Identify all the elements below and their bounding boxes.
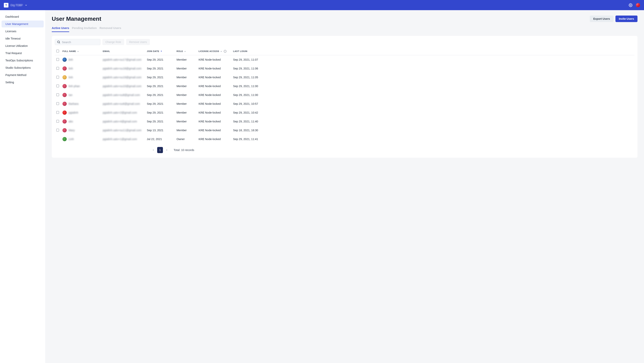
last-login: Sep 29, 2021, 11:05: [232, 73, 634, 82]
user-name: pgialinh: [68, 111, 78, 114]
avatar: [62, 137, 67, 141]
join-date: Jul 22, 2021: [145, 135, 175, 144]
invite-users-button[interactable]: Invite Users: [616, 16, 638, 22]
role: Member: [175, 108, 197, 117]
table-row: Ian pgialinh.uatv+su8@gmail.com Sep 29, …: [55, 91, 634, 99]
row-checkbox[interactable]: [56, 76, 59, 79]
export-users-button[interactable]: Export Users: [590, 16, 613, 22]
user-name: linh phan: [68, 85, 80, 88]
license-access: KRE Node-locked: [197, 64, 232, 73]
last-login: Sep 29, 2021, 11:41: [232, 135, 634, 144]
join-date: Sep 29, 2021: [145, 99, 175, 108]
table-row: linh pgialinh.uatv+su19@gmail.com Sep 29…: [55, 73, 634, 82]
col-role[interactable]: ROLE: [176, 50, 183, 52]
tab-removed-users[interactable]: Removed Users: [100, 26, 121, 32]
col-email[interactable]: EMAIL: [103, 50, 110, 52]
org-name: Org TOBP: [10, 4, 23, 7]
search-icon: [57, 40, 60, 44]
row-checkbox[interactable]: [56, 85, 59, 87]
gear-icon[interactable]: [629, 3, 632, 7]
join-date: Sep 29, 2021: [145, 55, 175, 64]
role: Member: [175, 91, 197, 99]
next-page-button[interactable]: [164, 147, 170, 153]
last-login: Sep 29, 2021, 11:06: [232, 64, 634, 73]
last-login: Sep 29, 2021, 11:07: [232, 55, 634, 64]
row-checkbox[interactable]: [56, 129, 59, 131]
license-access: KRE Node-locked: [197, 91, 232, 99]
last-login: Sep 29, 2021, 11:00: [232, 82, 634, 91]
table-row: Barbara pgialinh.uatv+su6@gmail.com Sep …: [55, 99, 634, 108]
user-email: pgialinh.uatv+1@gmail.com: [103, 138, 137, 141]
sort-arrow-icon: ▲: [220, 50, 222, 52]
total-records: Total: 10 records: [174, 149, 194, 152]
tabs: Active UsersPending InvitationRemoved Us…: [52, 26, 638, 32]
join-date: Sep 13, 2021: [145, 126, 175, 135]
sort-arrow-icon: ▲: [184, 50, 186, 52]
search-input-wrap: [55, 39, 100, 45]
last-login: Sep 29, 2021, 10:42: [232, 108, 634, 117]
col-last-login[interactable]: LAST LOGIN: [233, 50, 248, 52]
remove-users-button[interactable]: Remove Users: [126, 39, 150, 45]
avatar: [62, 84, 67, 88]
org-switcher[interactable]: T Org TOBP: [4, 3, 28, 8]
select-all-checkbox[interactable]: [56, 50, 59, 52]
sidebar-item-studio-subscriptions[interactable]: Studio Subscriptions: [2, 64, 44, 71]
svg-point-1: [58, 41, 60, 43]
col-full-name[interactable]: FULL NAME: [62, 50, 76, 52]
user-name: linh: [68, 67, 73, 70]
user-email: pgialinh.uatv+su6@gmail.com: [103, 102, 140, 105]
role: Owner: [175, 135, 197, 144]
role: Member: [175, 55, 197, 64]
sidebar-item-setting[interactable]: Setting: [2, 79, 44, 86]
user-email: pgialinh.uatv+su10@gmail.com: [103, 85, 142, 88]
user-email: pgialinh.uatv+4@gmail.com: [103, 120, 137, 123]
change-role-button[interactable]: Change Role: [102, 39, 124, 45]
table-row: Mary pgialinh.uatv+su11@gmail.com Sep 13…: [55, 126, 634, 135]
row-checkbox[interactable]: [56, 93, 59, 96]
sidebar-item-payment-method[interactable]: Payment Method: [2, 72, 44, 79]
user-avatar[interactable]: [636, 3, 640, 7]
join-date: Sep 29, 2021: [145, 64, 175, 73]
topbar: T Org TOBP: [0, 0, 644, 10]
svg-point-0: [630, 5, 631, 6]
join-date: Sep 29, 2021: [145, 91, 175, 99]
row-checkbox[interactable]: [56, 58, 59, 61]
tab-pending-invitation[interactable]: Pending Invitation: [72, 26, 97, 32]
sidebar-item-idle-timeout[interactable]: Idle Timeout: [2, 35, 44, 42]
license-access: KRE Node-locked: [197, 73, 232, 82]
avatar: [62, 111, 67, 115]
row-checkbox[interactable]: [56, 120, 59, 123]
row-checkbox[interactable]: [56, 67, 59, 70]
prev-page-button[interactable]: [151, 147, 156, 153]
col-license-access[interactable]: LICENSE ACCESS: [198, 50, 219, 52]
sidebar: DashboardUser ManagementLicensesIdle Tim…: [0, 10, 45, 363]
tab-active-users[interactable]: Active Users: [52, 26, 69, 32]
join-date: Sep 29, 2021: [145, 82, 175, 91]
user-email: pgialinh.uatv+su11@gmail.com: [103, 129, 142, 132]
col-join-date[interactable]: JOIN DATE: [147, 50, 159, 52]
user-name: abc: [68, 120, 73, 123]
user-name: Barbara: [68, 102, 78, 105]
row-checkbox[interactable]: [56, 102, 59, 105]
sidebar-item-dashboard[interactable]: Dashboard: [2, 13, 44, 20]
page-number[interactable]: 1: [157, 147, 163, 153]
last-login: Sep 29, 2021, 11:00: [232, 91, 634, 99]
row-checkbox[interactable]: [56, 111, 59, 114]
avatar: [62, 102, 67, 106]
table-row: Linh pgialinh.uatv+1@gmail.com Jul 22, 2…: [55, 135, 634, 144]
info-icon[interactable]: [224, 50, 226, 53]
sidebar-item-trial-request[interactable]: Trial Request: [2, 50, 44, 57]
sidebar-item-licenses[interactable]: Licenses: [2, 28, 44, 35]
avatar: [62, 128, 67, 132]
user-email: pgialinh.uatv+2@gmail.com: [103, 111, 137, 114]
avatar: [62, 58, 67, 62]
role: Member: [175, 126, 197, 135]
sidebar-item-testops-subscriptions[interactable]: TestOps Subscriptions: [2, 57, 44, 64]
app-logo: T: [4, 3, 8, 8]
join-date: Sep 29, 2021: [145, 108, 175, 117]
search-input[interactable]: [62, 41, 98, 44]
sidebar-item-user-management[interactable]: User Management: [2, 21, 44, 28]
sidebar-item-license-utilization[interactable]: License Utilization: [2, 42, 44, 49]
table-row: pgialinh pgialinh.uatv+2@gmail.com Sep 2…: [55, 108, 634, 117]
avatar: [62, 75, 67, 80]
